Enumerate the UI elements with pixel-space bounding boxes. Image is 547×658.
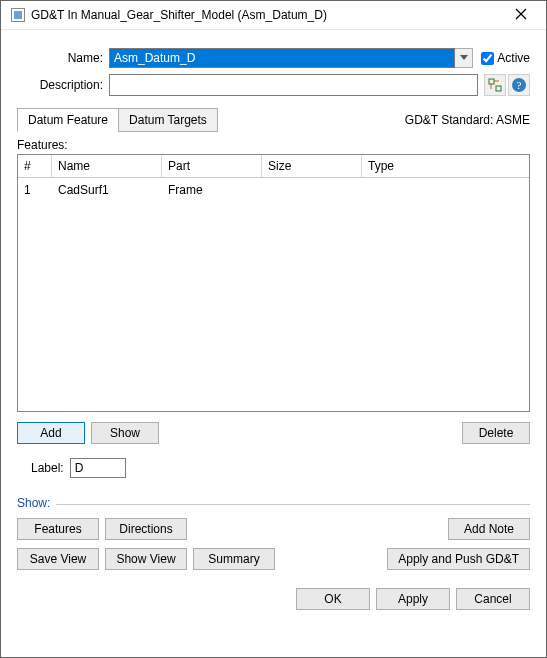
add-button[interactable]: Add [17,422,85,444]
name-label: Name: [17,51,109,65]
grid-header-part[interactable]: Part [162,155,262,177]
apply-push-gdt-button[interactable]: Apply and Push GD&T [387,548,530,570]
active-label: Active [497,51,530,65]
active-checkbox[interactable]: Active [481,51,530,65]
save-view-button[interactable]: Save View [17,548,99,570]
show-button[interactable]: Show [91,422,159,444]
name-dropdown-button[interactable] [455,48,473,68]
label-field-caption: Label: [31,461,64,475]
svg-rect-6 [496,86,501,91]
grid-header-type[interactable]: Type [362,155,529,177]
active-checkbox-input[interactable] [481,52,494,65]
cell-type [362,180,529,200]
show-view-button[interactable]: Show View [105,548,187,570]
cell-name: CadSurf1 [52,180,162,200]
svg-text:?: ? [517,79,522,91]
delete-button[interactable]: Delete [462,422,530,444]
description-label: Description: [17,78,109,92]
grid-header-size[interactable]: Size [262,155,362,177]
add-note-button[interactable]: Add Note [448,518,530,540]
app-icon [11,8,25,22]
show-section-title: Show: [17,496,56,510]
pick-feature-icon[interactable] [484,74,506,96]
name-input[interactable] [109,48,455,68]
cell-size [262,180,362,200]
ok-button[interactable]: OK [296,588,370,610]
close-button[interactable] [506,7,536,23]
summary-button[interactable]: Summary [193,548,275,570]
tab-datum-targets[interactable]: Datum Targets [118,108,218,132]
titlebar: GD&T In Manual_Gear_Shifter_Model (Asm_D… [1,1,546,30]
directions-button: Directions [105,518,187,540]
grid-header-name[interactable]: Name [52,155,162,177]
cell-part: Frame [162,180,262,200]
tab-datum-feature[interactable]: Datum Feature [17,108,119,132]
cell-num: 1 [18,180,52,200]
description-input[interactable] [109,74,478,96]
gdt-standard-text: GD&T Standard: ASME [405,113,530,127]
cancel-button[interactable]: Cancel [456,588,530,610]
grid-header-num[interactable]: # [18,155,52,177]
help-icon[interactable]: ? [508,74,530,96]
tab-bar: Datum Feature Datum Targets [17,108,218,132]
features-grid: # Name Part Size Type 1 CadSurf1 Frame [17,154,530,412]
svg-rect-1 [14,11,22,19]
svg-marker-4 [460,55,468,60]
features-caption: Features: [17,138,530,152]
dialog-title: GD&T In Manual_Gear_Shifter_Model (Asm_D… [31,8,506,22]
features-button[interactable]: Features [17,518,99,540]
table-row[interactable]: 1 CadSurf1 Frame [18,178,529,202]
apply-button[interactable]: Apply [376,588,450,610]
svg-rect-5 [489,79,494,84]
label-input[interactable] [70,458,126,478]
